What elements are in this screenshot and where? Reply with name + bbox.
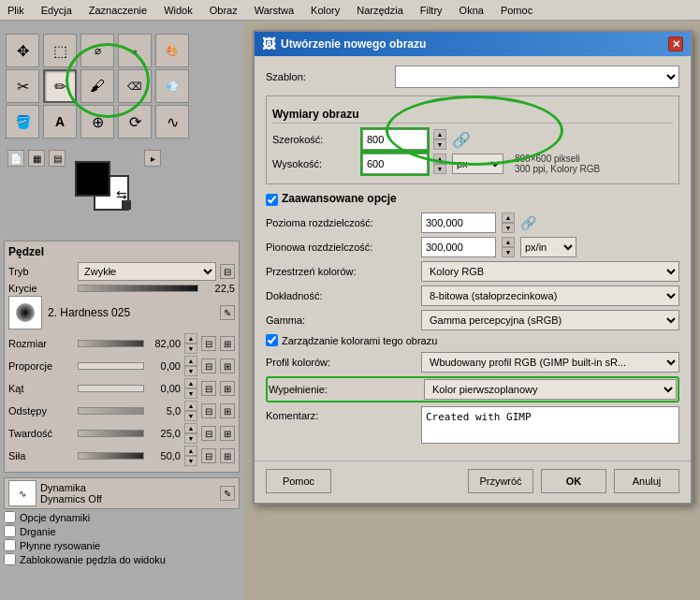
rozmiar-up[interactable]: ▲ (184, 333, 197, 344)
sila-down[interactable]: ▼ (184, 456, 197, 466)
chain2-icon[interactable]: 🔗 (520, 215, 533, 230)
odstepy-up[interactable]: ▲ (184, 401, 197, 411)
twardosc-up[interactable]: ▲ (184, 423, 197, 433)
gradients-icon[interactable]: ▤ (49, 150, 66, 167)
drganie-checkbox[interactable] (4, 525, 16, 537)
menu-pomoc[interactable]: Pomoc (497, 3, 536, 18)
opcje-dynamiki-checkbox[interactable] (4, 511, 16, 523)
reset-colors-icon[interactable] (122, 200, 131, 210)
pozioma-up[interactable]: ▲ (502, 212, 515, 223)
tool-lasso[interactable]: ⌀ (80, 34, 114, 67)
dialog-close-button[interactable]: ✕ (668, 37, 683, 51)
menu-kolory[interactable]: Kolory (307, 3, 343, 18)
tool-zoom[interactable]: ⊕ (80, 105, 114, 139)
proporcje-up[interactable]: ▲ (184, 356, 197, 366)
kat-up[interactable]: ▲ (184, 378, 197, 388)
tool-text[interactable]: A (43, 105, 77, 139)
twardosc-icon2[interactable]: ⊞ (220, 426, 235, 441)
res-unit-select[interactable]: px/in (520, 237, 576, 257)
ok-button[interactable]: OK (541, 469, 606, 493)
foreground-color-box[interactable] (75, 161, 110, 197)
pionowa-down[interactable]: ▼ (502, 247, 515, 257)
proporcje-icon[interactable]: ⊟ (201, 359, 216, 373)
wysokosc-input[interactable] (362, 154, 428, 174)
menu-filtry[interactable]: Filtry (416, 3, 446, 18)
odstepy-icon2[interactable]: ⊞ (220, 403, 235, 418)
expand-icon[interactable]: ▸ (144, 150, 161, 167)
tryb-icon-btn[interactable]: ⊟ (220, 264, 235, 279)
twardosc-down[interactable]: ▼ (184, 433, 197, 444)
proporcje-slider[interactable] (78, 362, 144, 370)
wysokosc-up[interactable]: ▲ (433, 154, 446, 164)
tool-paint[interactable]: 🖌 (80, 69, 114, 103)
tool-fill[interactable]: 🪣 (6, 105, 39, 139)
tool-pencil[interactable]: ✏ (43, 69, 77, 103)
przestrzen-select[interactable]: Kolory RGB (421, 261, 679, 282)
tool-transform[interactable]: ⟳ (118, 105, 152, 139)
pionowa-input[interactable] (421, 237, 496, 257)
rozmiar-down[interactable]: ▼ (184, 344, 197, 354)
profil-select[interactable]: Wbudowany profil RGB (GIMP built-in sR..… (421, 352, 679, 373)
plynne-checkbox[interactable] (4, 539, 16, 551)
template-dropdown[interactable] (395, 66, 679, 88)
tool-rect-select[interactable]: ⬚ (43, 34, 77, 67)
menu-warstwa[interactable]: Warstwa (251, 3, 298, 18)
menu-edycja[interactable]: Edycja (37, 3, 76, 18)
kat-icon2[interactable]: ⊞ (220, 381, 235, 396)
brush-edit-icon[interactable]: ✎ (220, 305, 235, 320)
chain-link-icon[interactable]: 🔗 (452, 131, 465, 149)
menu-obraz[interactable]: Obraz (206, 3, 241, 18)
szerokosc-down[interactable]: ▼ (433, 139, 446, 150)
rozmiar-slider[interactable] (78, 340, 144, 347)
sila-icon[interactable]: ⊟ (201, 448, 216, 463)
brush-preview[interactable] (8, 296, 42, 329)
tool-airbrush[interactable]: 💨 (155, 69, 189, 103)
pozioma-input[interactable] (421, 212, 496, 233)
sila-up[interactable]: ▲ (184, 446, 197, 456)
dokladnosc-select[interactable]: 8-bitowa (stałoprzecinkowa) (421, 285, 679, 306)
sila-icon2[interactable]: ⊞ (220, 448, 235, 463)
rozmiar-icon[interactable]: ⊟ (201, 336, 216, 351)
pomoc-button[interactable]: Pomoc (266, 469, 331, 493)
unit-select[interactable]: px mm cm in (452, 154, 503, 174)
odstepy-slider[interactable] (78, 407, 144, 415)
komentarz-textarea[interactable] (421, 406, 679, 444)
anuluj-button[interactable]: Anuluj (614, 469, 679, 493)
kat-down[interactable]: ▼ (184, 388, 197, 399)
szerokosc-input[interactable] (362, 129, 428, 150)
zablokowanie-checkbox[interactable] (4, 553, 16, 565)
zarzadzanie-checkbox[interactable] (266, 334, 278, 346)
wysokosc-down[interactable]: ▼ (433, 164, 446, 174)
tool-scissors[interactable]: ✂ (6, 69, 39, 103)
szerokosc-up[interactable]: ▲ (433, 129, 446, 139)
twardosc-slider[interactable] (78, 430, 144, 437)
rozmiar-icon2[interactable]: ⊞ (220, 336, 235, 351)
menu-widok[interactable]: Widok (160, 3, 197, 18)
advanced-checkbox[interactable] (266, 194, 278, 206)
menu-zaznaczenie[interactable]: Zaznaczenie (85, 3, 151, 18)
menu-plik[interactable]: Plik (4, 3, 28, 18)
tool-color-select[interactable]: 🎨 (155, 34, 189, 67)
przywroc-button[interactable]: Przywróć (468, 469, 533, 493)
proporcje-down[interactable]: ▼ (184, 366, 197, 376)
twardosc-icon[interactable]: ⊟ (201, 426, 216, 441)
tryb-select[interactable]: Zwykłe (78, 262, 216, 281)
odstepy-icon[interactable]: ⊟ (201, 403, 216, 418)
kat-slider[interactable] (78, 385, 144, 392)
tool-erase[interactable]: ⌫ (118, 69, 152, 103)
krycie-slider[interactable] (78, 285, 198, 292)
pozioma-down[interactable]: ▼ (502, 223, 515, 233)
odstepy-down[interactable]: ▼ (184, 411, 197, 421)
kat-icon[interactable]: ⊟ (201, 381, 216, 396)
new-image-icon[interactable]: 📄 (7, 150, 24, 167)
menu-okna[interactable]: Okna (456, 3, 488, 18)
proporcje-icon2[interactable]: ⊞ (220, 359, 235, 373)
dynamics-edit-icon[interactable]: ✎ (220, 486, 235, 501)
tool-fuzz-select[interactable]: ⁎ (118, 34, 152, 67)
patterns-icon[interactable]: ▦ (28, 150, 45, 167)
menu-narzedzia[interactable]: Narzędzia (353, 3, 407, 18)
tool-path[interactable]: ∿ (155, 105, 189, 139)
wypelnienie-select[interactable]: Kolor pierwszoplanowy Kolor tła Biały Pr… (424, 379, 677, 400)
tool-move[interactable]: ✥ (6, 34, 39, 67)
pionowa-up[interactable]: ▲ (502, 237, 515, 247)
